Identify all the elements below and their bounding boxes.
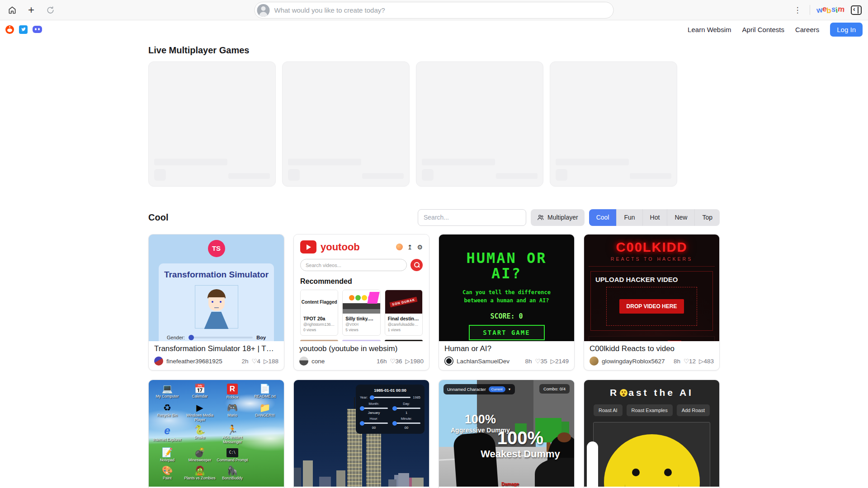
game-card[interactable]: C00LKIDD REACTS TO HACKERS UPLOAD HACKER… xyxy=(584,234,720,371)
author-name[interactable]: LachlanSamuelDev xyxy=(457,358,509,365)
top-bar: + ⋮ websim xyxy=(0,0,868,20)
desktop-icon: 🎮Mario xyxy=(217,403,248,422)
tab-fun[interactable]: Fun xyxy=(616,209,642,226)
thumb-heading: Transformation Simulator xyxy=(163,270,269,280)
game-title[interactable]: Human or AI? xyxy=(444,344,569,353)
game-title[interactable]: Transformation Simulator 18+ | TS… xyxy=(154,344,278,353)
desktop-icon: RRoblox xyxy=(217,384,248,400)
game-title[interactable]: C00lkidd Reacts to video xyxy=(590,344,714,353)
likes-icon: ♡ xyxy=(251,358,257,365)
live-game-card-skeleton[interactable] xyxy=(550,61,677,187)
game-thumbnail: HUMAN ORAI? Can you tell the differenceb… xyxy=(439,235,574,341)
games-search-input[interactable] xyxy=(418,209,526,226)
multiplayer-filter-button[interactable]: Multiplayer xyxy=(531,209,585,226)
live-game-card-skeleton[interactable] xyxy=(416,61,543,187)
gear-icon: ⚙ xyxy=(417,244,423,251)
desktop-icon: 🦍BonziBuddy xyxy=(217,465,248,481)
author-avatar xyxy=(444,357,453,366)
game-stats: 16h ♡36 ▷1980 xyxy=(377,357,424,365)
video-card: Silly tinky.mp4 @VIXH 5 views xyxy=(342,290,380,336)
game-thumbnail: C00LKIDD REACTS TO HACKERS UPLOAD HACKER… xyxy=(584,235,719,341)
reaction-badge: MIND BLOWN xyxy=(668,341,681,341)
game-title[interactable]: youtoob (youtube in websim) xyxy=(299,344,424,353)
game-stats: 2h ♡4 ▷188 xyxy=(241,357,278,365)
discord-icon[interactable] xyxy=(33,26,42,33)
login-button[interactable]: Log In xyxy=(830,23,863,37)
plays-icon: ▷ xyxy=(699,358,703,365)
time-control-panel: 1985-01-01 00:00 Year: 1985 Month: Day: … xyxy=(356,385,425,434)
author-name[interactable]: glowingdayRoblox5627 xyxy=(602,358,665,365)
youtoob-logo-icon xyxy=(300,240,316,253)
desktop-icon: ▶Windows Media Player xyxy=(184,403,216,422)
sort-tabs: Cool Fun Hot New Top xyxy=(589,209,720,226)
desktop-icon: 📄README.txt xyxy=(249,384,281,400)
dummy-health-label: 100%Weakest Dummy xyxy=(471,428,570,460)
plays-icon: ▷ xyxy=(406,358,410,365)
nav-link-learn[interactable]: Learn Websim xyxy=(688,26,731,33)
tab-new[interactable]: New xyxy=(667,209,694,226)
create-search-bar[interactable] xyxy=(255,2,614,19)
gender-slider xyxy=(189,337,253,338)
divider xyxy=(810,5,810,15)
chevron-down-icon: ▼ xyxy=(508,388,511,391)
reddit-icon[interactable] xyxy=(5,25,14,34)
desktop-icon: C:\Command Prompt xyxy=(217,447,248,463)
game-card[interactable]: HUMAN ORAI? Can you tell the differenceb… xyxy=(439,234,575,371)
sidebar-toggle-icon[interactable] xyxy=(851,5,862,15)
new-tab-icon[interactable]: + xyxy=(25,4,37,16)
home-icon[interactable] xyxy=(6,4,18,16)
nav-link-careers[interactable]: Careers xyxy=(795,26,819,33)
desktop-icon: 💣Minesweeper xyxy=(184,447,216,463)
minute-slider xyxy=(392,422,420,424)
game-card[interactable]: 💻My Computer 📅Calendar RRoblox 📄README.t… xyxy=(148,380,284,488)
nav-link-contests[interactable]: April Contests xyxy=(742,26,784,33)
start-game-button: START GAME xyxy=(469,325,545,340)
desktop-icon: 🐍Snake xyxy=(184,425,216,445)
year-slider xyxy=(370,397,410,398)
current-badge: Current xyxy=(489,386,505,392)
video-card: SON DURAK Final destination @carefulsadd… xyxy=(385,290,423,336)
desktop-icon: 🎨Paint xyxy=(151,465,183,481)
roast-ai-button: Roast AI xyxy=(594,404,623,416)
author-avatar xyxy=(299,357,308,366)
game-card[interactable]: Rast the AI Roast AI Roast Examples Add … xyxy=(584,380,720,488)
cool-section-title: Cool xyxy=(148,212,168,223)
game-card[interactable]: 1985-01-01 00:00 Year: 1985 Month: Day: … xyxy=(293,380,429,488)
plays-icon: ▷ xyxy=(264,358,268,365)
tab-cool[interactable]: Cool xyxy=(589,209,617,226)
desktop-icon: 💻My Computer xyxy=(151,384,183,400)
plays-icon: ▷ xyxy=(551,358,555,365)
game-thumbnail: youtoob ↥ ⚙ Search videos... Recommended… xyxy=(294,235,429,341)
websim-logo[interactable]: websim xyxy=(816,5,844,14)
roast-examples-button: Roast Examples xyxy=(627,404,673,416)
tab-hot[interactable]: Hot xyxy=(642,209,667,226)
upload-icon: ↥ xyxy=(407,244,413,251)
video-search-icon xyxy=(410,259,423,271)
tab-top[interactable]: Top xyxy=(694,209,720,226)
live-game-card-skeleton[interactable] xyxy=(282,61,410,187)
author-avatar xyxy=(590,357,599,366)
smiley-face xyxy=(604,434,700,487)
game-card[interactable]: youtoob ↥ ⚙ Search videos... Recommended… xyxy=(293,234,429,371)
author-name[interactable]: cone xyxy=(311,358,325,365)
live-games-grid xyxy=(148,61,720,187)
overflow-menu-icon[interactable]: ⋮ xyxy=(792,6,803,14)
create-search-input[interactable] xyxy=(274,6,613,14)
add-roast-button: Add Roast xyxy=(677,404,710,416)
game-thumbnail: TS Transformation Simulator Gender: Boy xyxy=(149,235,284,341)
refresh-icon[interactable] xyxy=(44,4,56,16)
video-card: Content Flagged TPOT 20a @rightstorm1369… xyxy=(300,290,338,336)
game-card[interactable]: 100%Aggressive Dummy 100%Weakest Dummy U… xyxy=(439,380,575,488)
video-search-input: Search videos... xyxy=(300,259,407,271)
game-stats: 8h ♡35 ▷2149 xyxy=(525,357,569,365)
twitter-icon[interactable] xyxy=(19,25,28,34)
games-grid: TS Transformation Simulator Gender: Boy xyxy=(148,234,720,488)
author-name[interactable]: finefeather39681925 xyxy=(166,358,222,365)
ts-logo-badge: TS xyxy=(208,240,225,257)
live-game-card-skeleton[interactable] xyxy=(148,61,276,187)
game-thumbnail: 100%Aggressive Dummy 100%Weakest Dummy U… xyxy=(439,380,574,487)
desktop-icon: eInternet Explorer xyxy=(151,425,183,445)
user-avatar-icon xyxy=(257,4,270,17)
game-card[interactable]: TS Transformation Simulator Gender: Boy xyxy=(148,234,284,371)
desktop-icon: ♻Recycle Bin xyxy=(151,403,183,422)
